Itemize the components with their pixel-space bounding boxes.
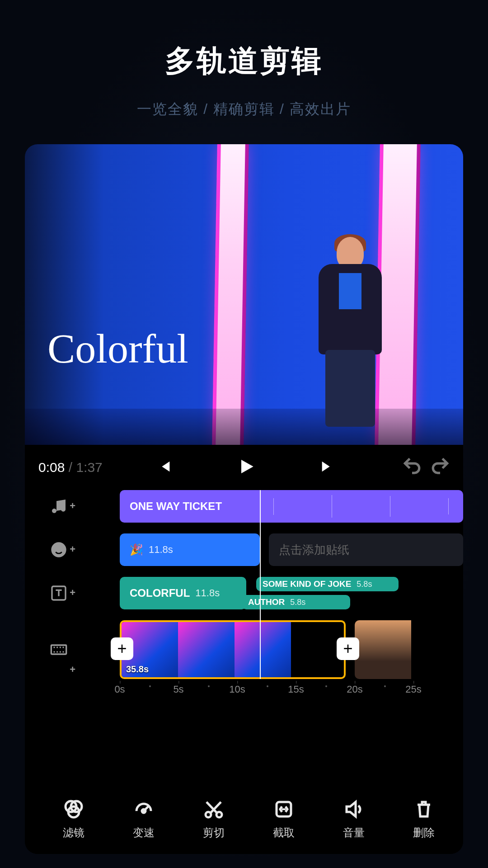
text-clip-author[interactable]: AUTHOR 5.8s xyxy=(242,595,350,609)
svg-point-10 xyxy=(56,651,58,652)
filter-button[interactable]: 滤镜 xyxy=(63,798,84,840)
sticker-duration: 11.8s xyxy=(149,544,173,556)
transport-bar: 0:08 / 1:37 xyxy=(25,445,463,490)
time-display: 0:08 / 1:37 xyxy=(38,460,103,475)
playhead[interactable] xyxy=(260,490,261,679)
editor-card: Colorful 0:08 / 1:37 xyxy=(25,144,463,854)
sticker-placeholder[interactable]: 点击添加贴纸 xyxy=(269,533,463,566)
svg-point-9 xyxy=(53,651,55,652)
speed-button[interactable]: 变速 xyxy=(133,798,155,840)
undo-icon xyxy=(403,457,422,476)
svg-point-0 xyxy=(51,542,66,557)
volume-icon xyxy=(343,798,365,820)
prev-button[interactable] xyxy=(151,459,178,476)
svg-point-2 xyxy=(60,547,62,549)
speed-icon xyxy=(133,798,155,820)
music-track-row: + ONE WAY TICKET xyxy=(25,490,463,523)
music-clip[interactable]: ONE WAY TICKET xyxy=(120,490,463,523)
sticker-clip[interactable]: 🎉 11.8s xyxy=(120,533,260,566)
svg-point-7 xyxy=(60,646,61,648)
filter-icon xyxy=(63,798,84,820)
add-text-button[interactable]: + xyxy=(25,584,93,602)
header: 多轨道剪辑 一览全貌 / 精确剪辑 / 高效出片 xyxy=(0,0,488,119)
svg-point-12 xyxy=(62,651,64,652)
video-clip-1-duration: 35.8s xyxy=(126,664,149,675)
add-sticker-button[interactable]: + xyxy=(25,541,93,559)
video-preview[interactable]: Colorful xyxy=(25,144,463,445)
play-button[interactable] xyxy=(232,458,259,477)
sticker-emoji: 🎉 xyxy=(130,543,143,556)
page-title: 多轨道剪辑 xyxy=(0,41,488,81)
text-clip-joke[interactable]: SOME KIND OF JOKE 5.8s xyxy=(256,577,399,591)
music-icon xyxy=(50,497,68,515)
svg-point-11 xyxy=(60,651,61,652)
add-music-button[interactable]: + xyxy=(25,497,93,515)
svg-point-1 xyxy=(56,547,58,549)
emoji-icon xyxy=(50,541,68,559)
add-clip-after-button[interactable]: + xyxy=(337,637,359,660)
trash-icon xyxy=(413,798,435,820)
waveform xyxy=(246,495,463,517)
svg-rect-4 xyxy=(51,645,66,654)
current-time: 0:08 xyxy=(38,460,65,475)
svg-point-17 xyxy=(206,812,211,817)
scissors-icon xyxy=(203,798,225,820)
svg-point-5 xyxy=(53,646,55,648)
skip-back-icon xyxy=(157,459,172,474)
video-track-row: + + 35.8s + xyxy=(25,620,463,679)
video-clip-2[interactable] xyxy=(355,620,463,679)
bottom-toolbar: 滤镜 变速 剪切 截取 音量 删除 xyxy=(25,784,463,854)
add-clip-before-button[interactable]: + xyxy=(111,637,133,660)
redo-icon xyxy=(431,457,450,476)
total-time: 1:37 xyxy=(76,460,102,475)
crop-icon xyxy=(273,798,295,820)
crop-button[interactable]: 截取 xyxy=(273,798,295,840)
volume-button[interactable]: 音量 xyxy=(343,798,365,840)
text-icon xyxy=(50,584,68,602)
music-clip-label: ONE WAY TICKET xyxy=(130,500,222,513)
svg-point-18 xyxy=(216,812,222,817)
sticker-track-row: + 🎉 11.8s 点击添加贴纸 xyxy=(25,533,463,566)
redo-button[interactable] xyxy=(431,457,450,478)
watermark-text: Colorful xyxy=(47,325,188,373)
next-button[interactable] xyxy=(314,459,341,476)
skip-forward-icon xyxy=(319,459,335,474)
video-clip-1[interactable]: 35.8s xyxy=(120,620,346,679)
add-video-button[interactable]: + xyxy=(25,620,93,679)
delete-button[interactable]: 删除 xyxy=(413,798,435,840)
text-clip-colorful[interactable]: COLORFUL 11.8s xyxy=(120,577,246,609)
svg-point-6 xyxy=(56,646,58,648)
undo-button[interactable] xyxy=(403,457,422,478)
film-icon xyxy=(50,641,68,659)
cut-button[interactable]: 剪切 xyxy=(203,798,225,840)
timeline[interactable]: + ONE WAY TICKET + 🎉 11.8s 点击添加贴纸 xyxy=(25,490,463,706)
time-ruler[interactable]: 0s5s10s15s20s25s xyxy=(25,679,463,706)
page-subtitle: 一览全貌 / 精确剪辑 / 高效出片 xyxy=(0,99,488,119)
play-icon xyxy=(237,458,255,476)
text-track-row: + COLORFUL 11.8s SOME KIND OF JOKE 5.8s … xyxy=(25,577,463,609)
svg-point-8 xyxy=(62,646,64,648)
